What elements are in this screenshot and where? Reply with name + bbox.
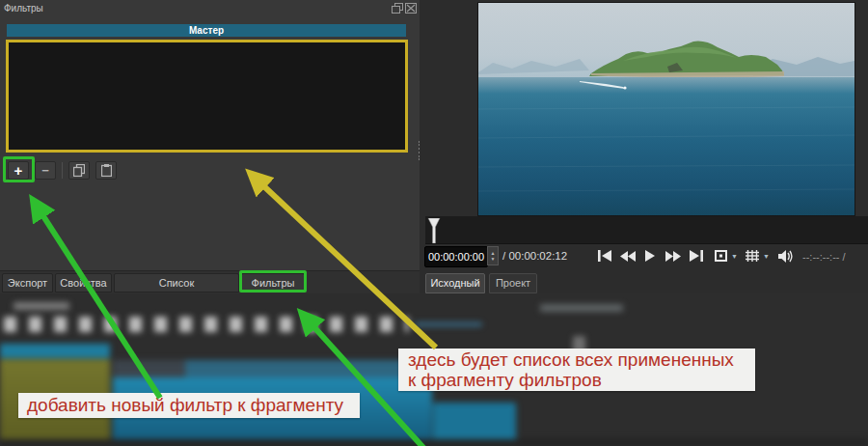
zoom-fit-button[interactable] [715,250,727,262]
tab-project[interactable]: Проект [489,273,537,293]
fast-forward-button[interactable] [665,251,681,262]
copy-icon [73,164,85,177]
timeline-toolbar-smudge [4,317,409,332]
timeline-bottom-strip [0,439,868,446]
clip-header-b[interactable] [185,360,432,379]
filter-list[interactable] [6,40,408,153]
selected-duration: --:--:--:-- / [802,251,846,263]
volume-icon[interactable] [778,250,794,263]
total-duration: / 00:00:02:12 [502,250,567,262]
skip-to-end-button[interactable] [690,250,703,262]
tab-export[interactable]: Экспорт [2,273,53,293]
highlight-filters-tab [239,270,307,293]
track-header-selected[interactable] [0,344,110,358]
rewind-button[interactable] [620,251,636,262]
tab-playlist[interactable]: Список воспроизведения [114,273,239,293]
tab-source[interactable]: Исходный [425,273,485,293]
divider [62,162,63,179]
annotation-add-filter: добавить новый фильтр к фрагменту [18,393,360,418]
shotcut-window: Фильтры Мастер + − Экспорт Свойства [0,0,868,446]
float-panel-icon[interactable] [392,3,403,14]
paste-icon [101,164,112,177]
time-spinner[interactable]: ▲ ▼ [487,246,499,265]
spinner-down-icon[interactable]: ▼ [491,256,496,262]
transport-controls: ▼ ▼ [598,249,794,263]
copy-filters-button[interactable] [68,161,90,180]
grid-button[interactable] [746,250,759,262]
filters-panel-title: Фильтры [4,3,43,14]
zoom-dropdown-icon[interactable]: ▼ [731,253,738,260]
scrub-bar[interactable] [425,216,868,244]
annotation-line: здесь будет список всех примененных [408,349,755,370]
annotation-line: к фрагменту фильтров [408,370,755,390]
highlight-add-button [3,156,35,182]
bottom-tabbar: Экспорт Свойства Список воспроизведения … [0,270,420,294]
playhead-marker[interactable] [427,218,441,243]
skip-to-start-button[interactable] [598,250,611,262]
current-time-field[interactable]: 00:00:00:00 [424,246,488,267]
annotation-filter-list: здесь будет список всех примененных к фр… [398,348,755,391]
timeline-scroll-smudge [540,304,623,312]
tab-properties[interactable]: Свойства [55,273,112,293]
paste-filters-button[interactable] [95,161,117,180]
player-panel: 00:00:00:00 ▲ ▼ / 00:00:02:12 [420,0,868,293]
video-clip-short[interactable] [433,403,516,442]
grid-dropdown-icon[interactable]: ▼ [763,253,770,260]
timeline-label-smudge [14,302,69,310]
remove-filter-button[interactable]: − [35,161,56,180]
play-button[interactable] [645,250,655,262]
close-panel-icon[interactable] [405,3,417,14]
master-header: Мастер [7,24,406,37]
timeline-selection-smudge [415,322,482,326]
video-preview [477,2,855,216]
clip-header-a[interactable] [113,360,185,378]
